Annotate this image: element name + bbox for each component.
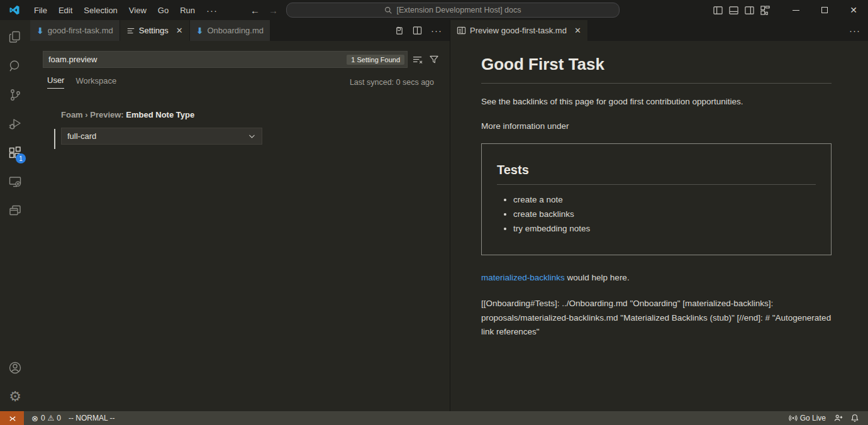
preview-title: Good First Task xyxy=(481,55,832,84)
back-arrow-icon[interactable]: ← xyxy=(250,5,260,16)
list-item: try embedding notes xyxy=(513,224,816,233)
open-preview-icon xyxy=(457,26,466,35)
toggle-secondary-sidebar-icon[interactable] xyxy=(745,6,754,15)
embedded-note-title: Tests xyxy=(497,163,816,185)
markdown-icon: ⬇ xyxy=(36,26,44,35)
tab-preview-good-first-task[interactable]: Preview good-first-task.md ✕ xyxy=(450,20,588,41)
embed-note-type-dropdown[interactable]: full-card xyxy=(61,128,262,145)
error-icon: ⊗ xyxy=(31,414,38,423)
embedded-note-card: Tests create a note create backlinks try… xyxy=(481,143,832,255)
tab-label: Preview good-first-task.md xyxy=(470,26,567,35)
explorer-icon[interactable] xyxy=(0,23,30,52)
open-settings-json-icon[interactable] xyxy=(394,26,404,35)
settings-search-input[interactable] xyxy=(48,55,347,64)
markdown-preview: Good First Task See the backlinks of thi… xyxy=(450,41,868,411)
vscode-logo-icon xyxy=(0,4,29,16)
forward-arrow-icon[interactable]: → xyxy=(269,5,278,16)
go-live-label: Go Live xyxy=(800,414,826,422)
status-bar-right: Go Live xyxy=(785,411,863,425)
search-icon[interactable] xyxy=(0,52,30,80)
title-bar: File Edit Selection View Go Run ··· ← → … xyxy=(0,0,868,20)
split-editor-icon[interactable] xyxy=(413,26,422,35)
run-and-debug-icon[interactable] xyxy=(0,109,30,138)
minimize-icon xyxy=(793,10,799,11)
remote-indicator[interactable] xyxy=(0,411,24,425)
settings-gear-icon[interactable]: ⚙ xyxy=(0,382,30,411)
notifications-button[interactable] xyxy=(847,411,863,425)
tab-good-first-task[interactable]: ⬇ good-first-task.md xyxy=(30,20,120,41)
settings-result-count-badge: 1 Setting Found xyxy=(347,55,404,65)
workbench: 1 ⚙ ⬇ good-first-task.md xyxy=(0,20,868,411)
vim-mode-label: -- NORMAL -- xyxy=(69,414,115,422)
problems-indicator[interactable]: ⊗ 0 ⚠ 0 xyxy=(28,411,65,425)
menu-selection[interactable]: Selection xyxy=(79,3,122,18)
preview-paragraph: More information under xyxy=(481,120,832,133)
menu-overflow-button[interactable]: ··· xyxy=(201,3,223,18)
embedded-note-list: create a note create backlinks try embed… xyxy=(513,195,816,233)
warning-count: 0 xyxy=(57,414,61,422)
modified-indicator xyxy=(54,129,55,149)
broadcast-icon xyxy=(789,414,798,422)
menu-edit[interactable]: Edit xyxy=(53,3,77,18)
source-control-icon[interactable] xyxy=(0,80,30,109)
tab-label: Onboarding.md xyxy=(207,26,264,35)
more-actions-icon[interactable]: ··· xyxy=(849,25,860,36)
remote-explorer-icon[interactable] xyxy=(0,167,30,196)
error-count: 0 xyxy=(41,414,45,422)
menu-go[interactable]: Go xyxy=(153,3,174,18)
feedback-button[interactable] xyxy=(830,411,847,425)
more-actions-icon[interactable]: ··· xyxy=(431,25,442,36)
editor-group-left: ⬇ good-first-task.md Settings ✕ ⬇ Onboar… xyxy=(30,20,450,411)
setting-category: Foam › Preview: xyxy=(61,110,126,119)
scope-tab-user[interactable]: User xyxy=(47,75,64,89)
vim-mode-indicator[interactable]: -- NORMAL -- xyxy=(65,411,119,425)
setting-name: Embed Note Type xyxy=(126,110,194,119)
tab-bar-right: Preview good-first-task.md ✕ ··· xyxy=(450,20,868,41)
editor-group-right: Preview good-first-task.md ✕ ··· Good Fi… xyxy=(450,20,868,411)
close-tab-icon[interactable]: ✕ xyxy=(176,26,183,35)
command-center-search[interactable]: [Extension Development Host] docs xyxy=(286,3,620,18)
filter-funnel-icon[interactable] xyxy=(429,55,439,64)
scope-tab-workspace[interactable]: Workspace xyxy=(75,76,116,89)
accounts-icon[interactable] xyxy=(0,353,30,382)
chevron-down-icon xyxy=(248,132,256,140)
editor-actions-right: ··· xyxy=(849,20,868,41)
maximize-button[interactable] xyxy=(810,0,839,20)
windows-stack-icon[interactable] xyxy=(0,196,30,225)
extensions-icon[interactable]: 1 xyxy=(0,138,30,167)
toggle-panel-icon[interactable] xyxy=(729,6,738,15)
markdown-icon: ⬇ xyxy=(196,26,204,35)
maximize-icon xyxy=(821,7,828,13)
go-live-button[interactable]: Go Live xyxy=(785,411,830,425)
settings-search-box[interactable]: 1 Setting Found xyxy=(43,51,408,68)
person-feedback-icon xyxy=(833,414,843,422)
tab-label: Settings xyxy=(139,26,169,35)
tab-onboarding[interactable]: ⬇ Onboarding.md xyxy=(190,20,270,41)
minimize-button[interactable] xyxy=(781,0,810,20)
list-item: create a note xyxy=(513,195,816,204)
titlebar-right: ✕ xyxy=(713,0,868,20)
menu-view[interactable]: View xyxy=(124,3,152,18)
settings-list-icon xyxy=(126,26,135,35)
customize-layout-icon[interactable] xyxy=(760,6,770,15)
toggle-sidebar-icon[interactable] xyxy=(713,6,723,15)
dropdown-value: full-card xyxy=(67,131,96,141)
settings-scope-tabs: User Workspace Last synced: 0 secs ago xyxy=(47,75,434,89)
setting-row-embed-note-type: Foam › Preview: Embed Note Type full-car… xyxy=(61,110,435,145)
tab-settings[interactable]: Settings ✕ xyxy=(120,20,190,41)
tab-label: good-first-task.md xyxy=(48,26,113,35)
close-window-button[interactable]: ✕ xyxy=(839,0,868,20)
close-tab-icon[interactable]: ✕ xyxy=(574,26,581,35)
nav-history: ← → xyxy=(250,0,278,20)
materialized-backlinks-link[interactable]: materialized-backlinks xyxy=(481,273,565,282)
vscode-window: File Edit Selection View Go Run ··· ← → … xyxy=(0,0,868,425)
menu-bar: File Edit Selection View Go Run ··· xyxy=(29,3,223,18)
editor-actions-left: ··· xyxy=(394,20,450,41)
menu-file[interactable]: File xyxy=(29,3,52,18)
clear-filter-icon[interactable] xyxy=(413,55,423,64)
menu-run[interactable]: Run xyxy=(175,3,200,18)
remote-icon xyxy=(8,414,17,423)
settings-search-actions xyxy=(413,55,439,64)
settings-search-row: 1 Setting Found xyxy=(43,51,437,68)
search-icon xyxy=(384,6,392,14)
